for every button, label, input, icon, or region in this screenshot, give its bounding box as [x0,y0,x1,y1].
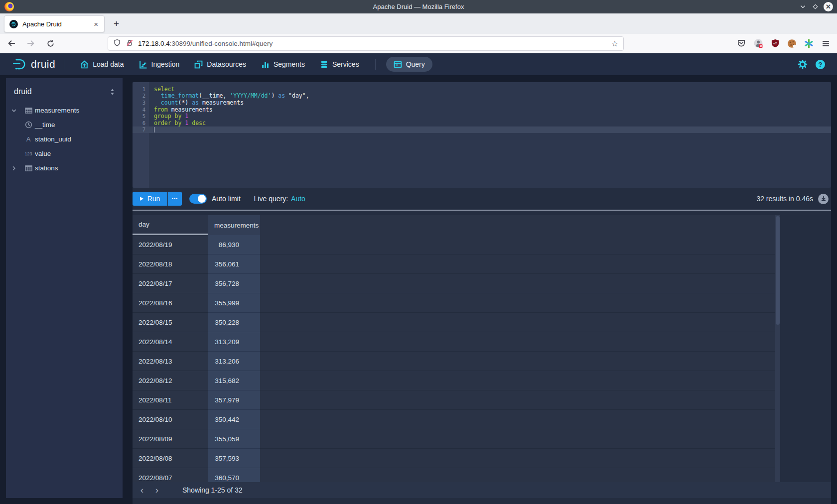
table-row: 2022/08/09355,059 [133,429,780,449]
back-icon[interactable] [6,38,17,49]
run-button[interactable]: Run [133,192,167,206]
column-header-day[interactable]: day [133,215,208,235]
line-number: 6 [133,120,149,126]
next-page-icon[interactable]: › [149,483,164,497]
cell-day[interactable]: 2022/08/14 [133,332,208,352]
prev-page-icon[interactable]: ‹ [135,483,149,497]
tab-close-icon[interactable]: × [93,20,99,28]
cell-measurements[interactable]: 315,682 [208,371,260,390]
druid-logo-icon [12,57,27,72]
browser-tab-apache-druid[interactable]: Apache Druid × [4,15,105,32]
line-code [149,126,154,133]
download-icon[interactable] [818,194,829,204]
line-code: order by 1 desc [149,120,206,126]
settings-gear-icon[interactable] [798,59,808,69]
cookie-extension-icon[interactable] [787,38,797,49]
nav-item-ingestion[interactable]: Ingestion [132,57,187,72]
table-scrollbar[interactable] [775,215,780,482]
sort-double-caret-icon[interactable] [109,88,116,96]
tree-item-stations[interactable]: stations [6,161,123,175]
help-icon[interactable]: ? [816,60,825,69]
nav-item-label: Ingestion [151,60,180,68]
cell-measurements[interactable]: 355,999 [208,293,260,313]
live-query-value[interactable]: Auto [291,195,305,203]
cell-day[interactable]: 2022/08/18 [133,254,208,274]
hamburger-menu-icon[interactable] [821,38,831,49]
lock-insecure-icon[interactable] [126,39,134,49]
ublock-icon[interactable]: uO [770,38,780,49]
cell-measurements[interactable]: 350,228 [208,313,260,332]
row-filler [260,410,780,429]
forward-icon[interactable] [25,38,36,49]
cell-day[interactable]: 2022/08/13 [133,352,208,371]
row-filler [260,429,780,449]
play-icon [140,197,143,201]
tree-item-value[interactable]: 123value [6,146,123,161]
cell-measurements[interactable]: 356,061 [208,254,260,274]
number-type-icon: 123 [22,151,35,156]
schema-tree: measurements__timeAstation_uuid123values… [6,103,123,175]
consent-extension-icon[interactable] [804,38,814,49]
table-icon [22,107,35,114]
run-more-button[interactable]: ••• [168,192,182,206]
cell-measurements[interactable]: 313,209 [208,332,260,352]
results-header-row: daymeasurements [133,215,780,235]
window-titlebar: Apache Druid — Mozilla Firefox ✕ [0,0,837,13]
pagination-bar: ‹ › Showing 1-25 of 32 [133,482,831,498]
minimize-icon[interactable] [799,3,807,11]
cell-measurements[interactable]: 355,059 [208,429,260,449]
bookmark-star-icon[interactable]: ☆ [611,39,618,48]
cell-day[interactable]: 2022/08/08 [133,449,208,468]
cell-measurements[interactable]: 357,979 [208,390,260,410]
tree-item-label: stations [35,164,58,172]
nav-item-load-data[interactable]: Load data [73,57,131,72]
cell-measurements[interactable]: 357,593 [208,449,260,468]
tree-item-station-uuid[interactable]: Astation_uuid [6,132,123,146]
cell-measurements[interactable]: 313,206 [208,352,260,371]
cell-measurements[interactable]: 86,930 [208,235,260,254]
pocket-icon[interactable] [736,38,746,49]
nav-item-label: Segments [274,60,305,68]
cell-day[interactable]: 2022/08/10 [133,410,208,429]
cell-day[interactable]: 2022/08/07 [133,468,208,482]
cell-day[interactable]: 2022/08/15 [133,313,208,332]
reload-icon[interactable] [45,38,56,49]
schema-name: druid [14,87,109,96]
nav-item-segments[interactable]: Segments [254,57,312,72]
cell-measurements[interactable]: 356,728 [208,274,260,293]
nav-item-query[interactable]: Query [386,57,432,72]
schema-selector[interactable]: druid [6,78,123,102]
close-icon[interactable]: ✕ [824,2,833,11]
line-number: 2 [133,93,149,99]
druid-brand[interactable]: druid [12,57,55,72]
auto-limit-toggle[interactable] [189,194,207,204]
cell-day[interactable]: 2022/08/17 [133,274,208,293]
chevron-right-icon[interactable] [6,165,22,171]
nav-item-datasources[interactable]: Datasources [187,57,254,72]
sql-editor[interactable]: 1select2 time_format(__time, 'YYYY/MM/dd… [133,82,831,188]
table-row: 2022/08/08357,593 [133,449,780,468]
cell-measurements[interactable]: 350,442 [208,410,260,429]
cell-day[interactable]: 2022/08/11 [133,390,208,410]
cell-day[interactable]: 2022/08/09 [133,429,208,449]
cell-day[interactable]: 2022/08/19 [133,235,208,254]
tree-item-label: value [35,150,51,157]
url-bar[interactable]: 172.18.0.4:30899/unified-console.html#qu… [108,36,624,51]
cell-day[interactable]: 2022/08/16 [133,293,208,313]
nav-item-services[interactable]: Services [312,57,367,72]
tree-item-measurements[interactable]: measurements [6,103,123,118]
tree-item--time[interactable]: __time [6,118,123,132]
panel-divider[interactable] [133,210,831,211]
table-scrollbar-thumb[interactable] [776,216,780,325]
cell-measurements[interactable]: 360,570 [208,468,260,482]
string-type-icon: A [22,135,35,143]
chevron-down-icon[interactable] [6,108,22,114]
shield-icon[interactable] [113,39,121,49]
table-row: 2022/08/15350,228 [133,313,780,332]
row-filler [260,235,780,254]
column-header-measurements[interactable]: measurements [208,215,260,235]
cell-day[interactable]: 2022/08/12 [133,371,208,390]
new-tab-button[interactable]: + [109,17,124,31]
account-extension-icon[interactable] [753,38,763,49]
maximize-icon[interactable] [811,3,819,11]
